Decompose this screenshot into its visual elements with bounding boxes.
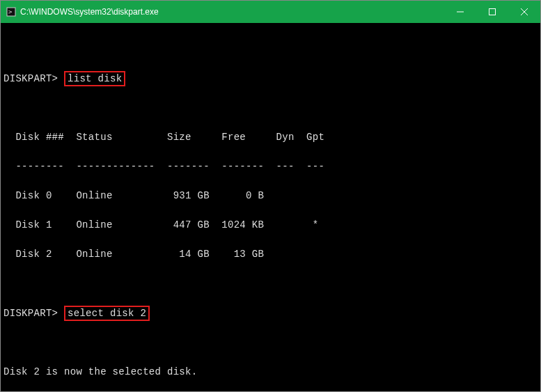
prompt: DISKPART> [3, 308, 58, 319]
close-button[interactable] [508, 1, 540, 23]
svg-text:>: > [8, 8, 13, 15]
maximize-button[interactable] [476, 1, 508, 23]
terminal-line: Disk 1 Online 447 GB 1024 KB * [3, 218, 540, 233]
terminal-line: Disk 0 Online 931 GB 0 B [3, 189, 540, 203]
prompt: DISKPART> [3, 73, 58, 84]
terminal-line [3, 42, 540, 56]
terminal-line: DISKPART> select disk 2 [3, 306, 540, 321]
window-title: C:\WINDOWS\system32\diskpart.exe [20, 7, 444, 17]
terminal-line [3, 336, 540, 350]
command-highlight: list disk [64, 71, 125, 86]
app-icon: > [6, 7, 16, 17]
terminal-line [3, 101, 540, 116]
terminal-line: DISKPART> list disk [3, 71, 540, 86]
terminal-line: Disk ### Status Size Free Dyn Gpt [3, 130, 540, 145]
svg-rect-3 [489, 9, 496, 15]
terminal-line: Disk 2 Online 14 GB 13 GB [3, 247, 540, 262]
terminal-line [3, 276, 540, 291]
terminal-output[interactable]: DISKPART> list disk Disk ### Status Size… [1, 23, 540, 391]
terminal-line: -------- ------------- ------- ------- -… [3, 159, 540, 174]
command-highlight: select disk 2 [64, 306, 150, 321]
window-titlebar: > C:\WINDOWS\system32\diskpart.exe [1, 1, 540, 23]
window-controls [444, 1, 540, 23]
minimize-button[interactable] [444, 1, 476, 23]
terminal-line: Disk 2 is now the selected disk. [3, 365, 540, 379]
